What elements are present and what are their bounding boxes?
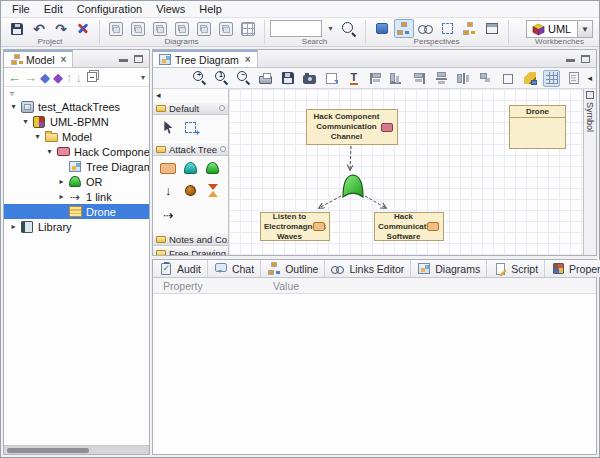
or-gate-icon[interactable] bbox=[206, 162, 219, 174]
tree-item-library[interactable]: ▸Library bbox=[4, 219, 149, 234]
page-setup-button[interactable] bbox=[565, 70, 582, 87]
search-input[interactable] bbox=[270, 20, 322, 37]
navigate-left-icon[interactable]: ◆ bbox=[40, 71, 50, 84]
marquee-select-icon[interactable] bbox=[185, 122, 196, 133]
palette-group-default[interactable]: Default bbox=[153, 101, 228, 115]
redo-button[interactable]: ↷ bbox=[51, 19, 71, 38]
tab-model[interactable]: Model × bbox=[4, 50, 73, 67]
tree-item-model[interactable]: ▾Model bbox=[4, 129, 149, 144]
caret-expanded-icon[interactable]: ▾ bbox=[32, 132, 43, 141]
text-style-button[interactable]: T bbox=[345, 70, 362, 87]
diagram-type-button-1[interactable] bbox=[106, 19, 126, 38]
tab-properties[interactable]: Properties bbox=[545, 260, 600, 277]
undo-button[interactable]: ↶ bbox=[29, 19, 49, 38]
menu-configuration[interactable]: Configuration bbox=[70, 2, 149, 16]
matrix-button[interactable] bbox=[238, 19, 258, 38]
menu-edit[interactable]: Edit bbox=[37, 2, 70, 16]
search-dropdown-button[interactable]: ▾ bbox=[324, 20, 337, 37]
zoom-out-button[interactable]: − bbox=[235, 70, 252, 87]
tree-item-test-attacktrees[interactable]: ▾test_AttackTrees bbox=[4, 99, 149, 114]
horizontal-scrollbar[interactable] bbox=[4, 445, 149, 454]
down-arrow-icon[interactable] bbox=[165, 181, 172, 199]
palette-group-notes-and-co[interactable]: Notes and Co... bbox=[153, 232, 228, 246]
move-up-icon[interactable]: ↑ bbox=[66, 71, 73, 84]
cursor-icon[interactable] bbox=[163, 121, 174, 134]
caret-collapsed-icon[interactable]: ▸ bbox=[56, 192, 67, 201]
search-button[interactable] bbox=[339, 19, 359, 38]
align-bottom-button[interactable] bbox=[389, 70, 406, 87]
attack-node-listen[interactable]: Listen to Electromagnetic Waves bbox=[260, 212, 330, 241]
tab-links-editor[interactable]: Links Editor bbox=[325, 260, 411, 277]
perspective-selection-button[interactable] bbox=[438, 19, 458, 38]
scrollbar-thumb[interactable] bbox=[7, 448, 89, 453]
caret-expanded-icon[interactable]: ▾ bbox=[8, 102, 19, 111]
or-gate-node[interactable] bbox=[343, 175, 363, 197]
restore-panel-icon[interactable] bbox=[586, 91, 594, 99]
diagram-type-button-5[interactable] bbox=[194, 19, 214, 38]
palette-group-attack-tree[interactable]: Attack Tree bbox=[153, 142, 228, 156]
maximize-icon[interactable] bbox=[581, 55, 590, 63]
back-arrow-icon[interactable]: ← bbox=[8, 71, 21, 84]
property-table-body[interactable] bbox=[153, 294, 596, 454]
align-left-button[interactable] bbox=[367, 70, 384, 87]
filter-dropdown-icon[interactable]: ▿ bbox=[10, 89, 14, 98]
tree-item-drone[interactable]: Drone bbox=[4, 204, 149, 219]
navigate-right-icon[interactable]: ◆ bbox=[53, 71, 63, 84]
fit-frame-button[interactable] bbox=[499, 70, 516, 87]
pin-icon[interactable] bbox=[219, 105, 225, 111]
menu-file[interactable]: File bbox=[5, 2, 37, 16]
workbench-dropdown-button[interactable]: ▼ bbox=[578, 20, 593, 38]
minimize-icon[interactable] bbox=[119, 59, 128, 62]
toolbar-collapse-icon[interactable]: ◂ bbox=[587, 73, 592, 83]
diagram-canvas[interactable]: Hack Component Communication Channel Dro… bbox=[229, 89, 583, 255]
palette-collapse-button[interactable]: ◂ bbox=[153, 89, 228, 101]
tab-script[interactable]: Script bbox=[487, 260, 545, 277]
attack-node-icon[interactable] bbox=[160, 163, 176, 174]
time-gate-icon[interactable] bbox=[207, 184, 219, 197]
tab-tree-diagram[interactable]: Tree Diagram × bbox=[153, 50, 258, 67]
save-button[interactable] bbox=[7, 19, 27, 38]
zoom-reset-button[interactable]: 1 bbox=[213, 70, 230, 87]
tree-item-1-link[interactable]: ▸1 link bbox=[4, 189, 149, 204]
tab-outline[interactable]: Outline bbox=[261, 260, 325, 277]
perspective-window-button[interactable] bbox=[482, 19, 502, 38]
align-right-button[interactable] bbox=[411, 70, 428, 87]
menu-help[interactable]: Help bbox=[192, 2, 229, 16]
collapse-all-icon[interactable] bbox=[87, 72, 97, 82]
class-node-drone[interactable]: Drone bbox=[509, 105, 566, 149]
diagram-type-button-3[interactable] bbox=[150, 19, 170, 38]
print-button[interactable] bbox=[257, 70, 274, 87]
tree-item-tree-diagram[interactable]: Tree Diagram bbox=[4, 159, 149, 174]
tab-chat[interactable]: Chat bbox=[208, 260, 261, 277]
export-selection-button[interactable] bbox=[323, 70, 340, 87]
symbol-strip[interactable]: Symbol bbox=[583, 89, 596, 255]
same-size-button[interactable] bbox=[477, 70, 494, 87]
tree-item-uml-bpmn[interactable]: ▾UML-BPMN bbox=[4, 114, 149, 129]
move-down-icon[interactable]: ↓ bbox=[76, 71, 83, 84]
pin-icon[interactable] bbox=[220, 146, 226, 152]
palette-group-free-drawing[interactable]: Free Drawing bbox=[153, 246, 228, 255]
maximize-icon[interactable] bbox=[134, 55, 143, 63]
zoom-in-button[interactable]: + bbox=[191, 70, 208, 87]
diagram-type-button-4[interactable] bbox=[172, 19, 192, 38]
and-gate-icon[interactable] bbox=[184, 162, 197, 174]
caret-collapsed-icon[interactable]: ▸ bbox=[56, 177, 67, 186]
perspective-tree-button[interactable] bbox=[394, 19, 414, 38]
tree-item-hack-component-communication-channel[interactable]: ▾Hack Component Communication Channel bbox=[4, 144, 149, 159]
caret-expanded-icon[interactable]: ▾ bbox=[44, 147, 55, 156]
close-icon[interactable]: × bbox=[245, 54, 251, 65]
workbench-combo[interactable]: UML ▼ bbox=[526, 20, 593, 38]
caret-collapsed-icon[interactable]: ▸ bbox=[8, 222, 19, 231]
distribute-horizontal-button[interactable] bbox=[455, 70, 472, 87]
sabotage-icon[interactable] bbox=[185, 185, 196, 196]
snapshot-button[interactable] bbox=[301, 70, 318, 87]
configure-button[interactable] bbox=[73, 19, 93, 38]
perspective-model-button[interactable] bbox=[372, 19, 392, 38]
perspective-links-button[interactable] bbox=[416, 19, 436, 38]
close-icon[interactable]: × bbox=[61, 54, 67, 65]
format-painter-button[interactable] bbox=[521, 70, 538, 87]
distribute-vertical-button[interactable] bbox=[433, 70, 450, 87]
diagram-type-button-6[interactable] bbox=[216, 19, 236, 38]
perspective-tree2-button[interactable] bbox=[460, 19, 480, 38]
dashed-link-icon[interactable] bbox=[163, 206, 174, 224]
